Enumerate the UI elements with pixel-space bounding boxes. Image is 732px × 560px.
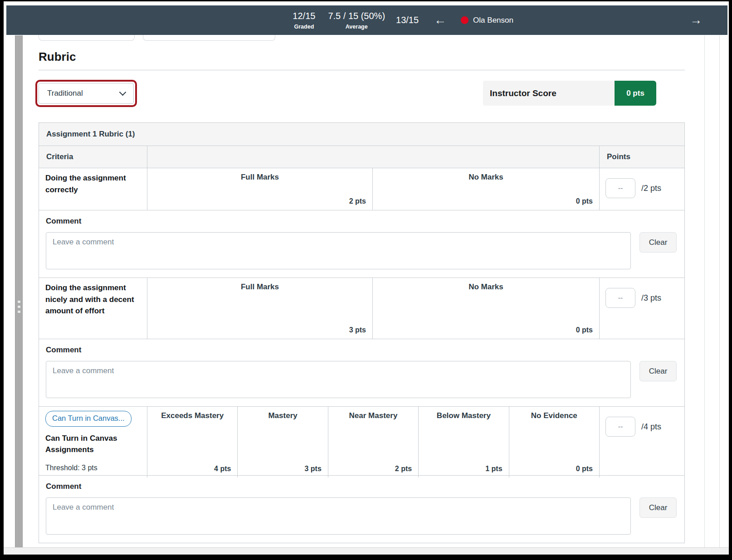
rating-title: Exceeds Mastery xyxy=(147,407,237,420)
average-value: 7.5 / 15 (50%) xyxy=(328,10,385,21)
criterion-row: Doing the assignment nicely and with a d… xyxy=(39,278,684,339)
rating-points: 2 pts xyxy=(349,197,366,205)
rating-cell[interactable]: No Marks 0 pts xyxy=(372,168,599,210)
instructor-score-label: Instructor Score xyxy=(483,81,615,106)
rating-points: 3 pts xyxy=(349,326,366,334)
criterion-title: Can Turn in Canvas Assignments xyxy=(45,433,141,456)
points-possible: /2 pts xyxy=(641,178,661,198)
student-position-count: 13/15 xyxy=(396,15,419,25)
rubric-view-value: Traditional xyxy=(47,89,120,98)
comment-section: Comment Clear xyxy=(39,210,684,278)
rating-title: No Marks xyxy=(373,168,599,182)
clear-button[interactable]: Clear xyxy=(639,232,677,253)
drag-grip-icon xyxy=(18,306,20,308)
student-name: Ola Benson xyxy=(473,16,513,25)
criterion-row: Can Turn in Canvas... Can Turn in Canvas… xyxy=(39,406,684,475)
points-column-header: Points xyxy=(599,146,684,168)
rating-cell[interactable]: Full Marks 3 pts xyxy=(147,278,372,339)
annotation-highlight-ring: Traditional xyxy=(35,80,137,107)
criterion-description: Can Turn in Canvas... Can Turn in Canvas… xyxy=(39,407,147,477)
points-possible: /3 pts xyxy=(641,288,661,308)
rating-cell[interactable]: Mastery 3 pts xyxy=(237,407,327,477)
rating-points: 3 pts xyxy=(304,465,321,473)
previous-student-arrow-icon[interactable]: ← xyxy=(434,14,446,26)
pane-resize-handle[interactable] xyxy=(15,35,23,547)
clear-button[interactable]: Clear xyxy=(639,361,677,381)
grading-status-bar: 12/15 Graded 7.5 / 15 (50%) Average 13/1… xyxy=(6,5,727,35)
student-status-dot-icon xyxy=(461,16,468,24)
rating-title: No Marks xyxy=(373,278,599,292)
drag-grip-icon xyxy=(18,301,20,303)
points-possible: /4 pts xyxy=(641,417,661,437)
rating-title: Below Mastery xyxy=(419,407,508,420)
rating-title: No Evidence xyxy=(509,407,599,420)
ratings-column-header xyxy=(147,146,599,168)
graded-value: 12/15 xyxy=(293,10,315,21)
rating-points: 4 pts xyxy=(214,465,231,473)
window-border xyxy=(0,0,4,560)
comment-label: Comment xyxy=(46,482,684,491)
rating-cell[interactable]: No Marks 0 pts xyxy=(372,278,599,339)
comment-label: Comment xyxy=(46,346,684,355)
window-border xyxy=(729,0,732,560)
rating-points: 0 pts xyxy=(576,465,593,473)
horizontal-scrollbar[interactable] xyxy=(4,547,729,555)
chevron-down-icon xyxy=(119,88,127,96)
rating-title: Near Mastery xyxy=(328,407,418,420)
graded-label: Graded xyxy=(294,24,314,30)
points-cell: /4 pts xyxy=(599,407,684,477)
rating-cell[interactable]: No Evidence 0 pts xyxy=(509,407,599,477)
average-stat: 7.5 / 15 (50%) Average xyxy=(328,10,385,30)
comment-section: Comment Clear xyxy=(39,339,684,406)
score-input[interactable] xyxy=(605,417,635,437)
window-border xyxy=(0,0,732,1)
rating-points: 2 pts xyxy=(395,465,412,473)
drag-grip-icon xyxy=(18,311,20,313)
rubric-table: Assignment 1 Rubric (1) Criteria Points … xyxy=(39,122,685,543)
criterion-description: Doing the assignment correctly xyxy=(39,168,147,210)
score-input[interactable] xyxy=(605,178,635,198)
rating-cell[interactable]: Full Marks 2 pts xyxy=(147,168,372,210)
instructor-score-value: 0 pts xyxy=(615,81,656,106)
page-title: Rubric xyxy=(39,50,76,64)
comment-label: Comment xyxy=(46,217,684,226)
current-student[interactable]: Ola Benson xyxy=(461,16,513,25)
rating-points: 0 pts xyxy=(576,326,593,334)
speedgrader-window: 12/15 Graded 7.5 / 15 (50%) Average 13/1… xyxy=(0,0,732,560)
comment-input[interactable] xyxy=(46,497,631,535)
graded-stat: 12/15 Graded xyxy=(293,10,315,30)
rating-points: 1 pts xyxy=(485,465,502,473)
rating-title: Mastery xyxy=(238,407,327,420)
rating-cell[interactable]: Exceeds Mastery 4 pts xyxy=(147,407,237,477)
criteria-column-header: Criteria xyxy=(39,146,147,168)
vertical-scrollbar-track[interactable] xyxy=(704,35,720,547)
points-cell: /3 pts xyxy=(599,278,684,339)
rating-cell[interactable]: Below Mastery 1 pts xyxy=(418,407,508,477)
rating-points: 0 pts xyxy=(576,197,593,205)
comment-section: Comment Clear xyxy=(39,475,684,543)
criterion-threshold: Threshold: 3 pts xyxy=(45,463,141,473)
clear-button[interactable]: Clear xyxy=(639,497,677,518)
rating-title: Full Marks xyxy=(147,278,372,292)
points-cell: /2 pts xyxy=(599,168,684,210)
average-label: Average xyxy=(346,24,368,30)
score-input[interactable] xyxy=(605,288,635,308)
next-student-arrow-icon[interactable]: → xyxy=(690,14,702,26)
rating-cell[interactable]: Near Mastery 2 pts xyxy=(328,407,418,477)
rubric-table-title: Assignment 1 Rubric (1) xyxy=(39,123,684,146)
comment-input[interactable] xyxy=(46,361,631,398)
rubric-header-row: Criteria Points xyxy=(39,146,684,168)
criterion-row: Doing the assignment correctly Full Mark… xyxy=(39,168,684,210)
rubric-view-dropdown[interactable]: Traditional xyxy=(39,83,134,104)
title-divider xyxy=(39,70,685,70)
window-border xyxy=(0,555,732,560)
outcome-tag-link[interactable]: Can Turn in Canvas... xyxy=(45,411,132,427)
instructor-score: Instructor Score 0 pts xyxy=(483,81,656,106)
rating-title: Full Marks xyxy=(147,168,372,182)
comment-input[interactable] xyxy=(46,232,631,269)
criterion-description: Doing the assignment nicely and with a d… xyxy=(39,278,147,339)
